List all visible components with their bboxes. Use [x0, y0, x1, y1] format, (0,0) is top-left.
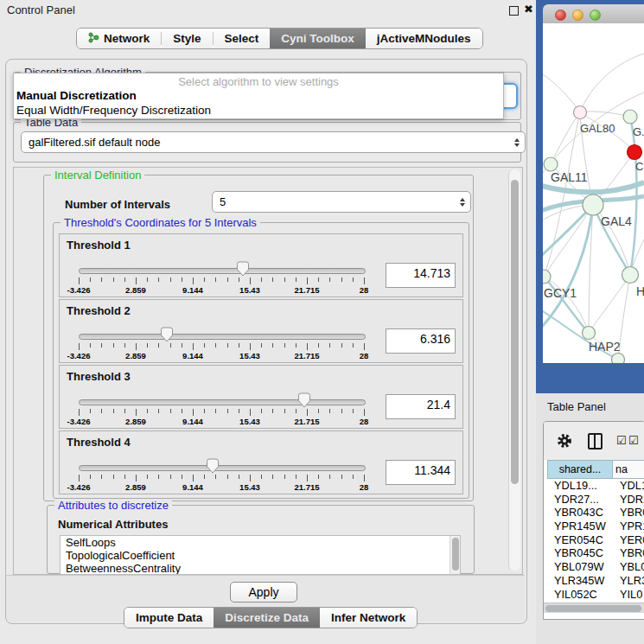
threshold-slider[interactable]: -3.4262.8599.14415.4321.71528: [79, 258, 367, 295]
threshold-slider[interactable]: -3.4262.8599.14415.4321.71528: [79, 390, 367, 426]
dropdown-option-manual-discretization[interactable]: Manual Discretization: [14, 88, 503, 103]
gear-icon[interactable]: [557, 433, 572, 449]
group-title: Interval Definition: [51, 169, 144, 182]
slider-track[interactable]: [79, 399, 366, 405]
table-row[interactable]: YBR043CYBR0: [547, 506, 644, 520]
slider-track[interactable]: [79, 465, 366, 471]
node-label-gal80: GAL80: [580, 122, 615, 135]
close-icon[interactable]: ✖: [524, 3, 533, 16]
table-row[interactable]: YIL052CYIL0: [547, 588, 644, 602]
tab-jactivemnodules[interactable]: jActiveMNodules: [366, 29, 482, 48]
cell-shared-name[interactable]: YDL19...: [547, 479, 620, 493]
horizontal-scrollbar[interactable]: [544, 603, 644, 613]
checkbox-icon[interactable]: ☑: [616, 434, 627, 447]
cell-shared-name[interactable]: YPR145W: [547, 520, 620, 533]
tab-select[interactable]: Select: [214, 29, 271, 48]
network-node-gal80[interactable]: [574, 106, 587, 119]
apply-button[interactable]: Apply: [230, 582, 297, 603]
network-node-hap2[interactable]: [583, 327, 596, 340]
cell-name[interactable]: YDL1: [620, 479, 644, 493]
columns-icon[interactable]: [588, 433, 603, 450]
cell-name[interactable]: YLR3: [620, 574, 644, 588]
list-item[interactable]: SelfLoops: [61, 536, 460, 549]
table-header-row: shared... na: [547, 460, 644, 479]
scrollbar-thumb[interactable]: [545, 605, 641, 612]
cell-name[interactable]: YBR0: [620, 506, 644, 520]
close-traffic-light-icon[interactable]: [555, 10, 566, 21]
column-header-name[interactable]: na: [613, 460, 644, 479]
slider-thumb-icon[interactable]: [297, 392, 311, 408]
network-node-partial-h[interactable]: [622, 267, 639, 284]
network-node-bottom[interactable]: [612, 354, 625, 364]
table-row[interactable]: YDL19...YDL1: [547, 479, 644, 493]
network-node-partial-g[interactable]: [623, 110, 637, 124]
network-window-titlebar[interactable]: [543, 4, 644, 24]
numerical-attributes-list[interactable]: SelfLoopsTopologicalCoefficientBetweenne…: [60, 535, 461, 575]
cell-name[interactable]: YBL0: [620, 560, 644, 574]
cell-shared-name[interactable]: YER054C: [547, 533, 620, 547]
panel-scrollbar[interactable]: [508, 169, 520, 571]
node-label-gal11: GAL11: [551, 170, 588, 184]
table-toolbar: ☑ ☑: [544, 422, 644, 460]
cell-name[interactable]: YIL0: [620, 588, 644, 602]
cell-name[interactable]: YDR2: [620, 493, 644, 507]
scrollbar-thumb[interactable]: [452, 538, 459, 571]
threshold-value-field[interactable]: 14.713: [386, 263, 456, 288]
network-node-gal4[interactable]: [583, 194, 603, 215]
tab-label: Infer Network: [331, 611, 405, 624]
table-row[interactable]: YBL079WYBL0: [547, 560, 644, 574]
cell-shared-name[interactable]: YBL079W: [547, 560, 620, 574]
table-row[interactable]: YDR27...YDR2: [547, 493, 644, 507]
cyni-toolbox-panel: Discretization Algorithm Select algorith…: [5, 59, 527, 624]
table-data-combobox[interactable]: galFiltered.sif default node: [21, 131, 526, 153]
threshold-label: Threshold 3: [67, 370, 131, 383]
cell-shared-name[interactable]: YLR345W: [547, 574, 620, 588]
column-header-shared-name[interactable]: shared...: [547, 460, 613, 479]
minimize-traffic-light-icon[interactable]: [572, 10, 583, 21]
list-scrollbar[interactable]: [450, 536, 460, 574]
slider-track[interactable]: [79, 268, 366, 274]
checkbox-icon[interactable]: ☑: [628, 434, 639, 447]
slider-thumb-icon[interactable]: [206, 458, 220, 474]
tab-cyni-toolbox[interactable]: Cyni Toolbox: [270, 29, 366, 48]
cell-name[interactable]: YPR1: [620, 520, 644, 533]
slider-thumb-icon[interactable]: [160, 327, 174, 342]
slider-track[interactable]: [79, 334, 366, 340]
list-item[interactable]: BetweennessCentrality: [61, 562, 460, 575]
network-node-gcy1[interactable]: [543, 270, 551, 284]
cell-shared-name[interactable]: YDR27...: [547, 493, 620, 507]
slider-ticks: [79, 475, 364, 482]
network-node-selected-red[interactable]: [628, 145, 642, 160]
tab-infer-network[interactable]: Infer Network: [320, 608, 417, 628]
cell-shared-name[interactable]: YBR045C: [547, 546, 620, 560]
slider-thumb-icon[interactable]: [236, 261, 250, 277]
network-canvas[interactable]: GAL80 G. C GAL11 GAL4 GCY1 H HAP2: [543, 23, 644, 363]
tab-style[interactable]: Style: [162, 29, 212, 48]
algorithm-dropdown-popup: Select algorithm to view settings Manual…: [13, 73, 504, 119]
threshold-value-field[interactable]: 21.4: [386, 394, 456, 419]
table-row[interactable]: YER054CYER0: [547, 533, 644, 547]
tab-label: Select: [225, 32, 259, 45]
threshold-value-field[interactable]: 6.316: [386, 328, 456, 354]
cell-name[interactable]: YBR0: [620, 546, 644, 560]
threshold-slider[interactable]: -3.4262.8599.14415.4321.71528: [79, 324, 367, 360]
tab-network[interactable]: Network: [77, 29, 161, 48]
list-item[interactable]: TopologicalCoefficient: [61, 549, 460, 562]
scrollbar-thumb[interactable]: [511, 180, 519, 484]
dropdown-option-equal-width-frequency[interactable]: Equal Width/Frequency Discretization: [14, 103, 503, 118]
network-node-gal11[interactable]: [544, 157, 558, 171]
zoom-traffic-light-icon[interactable]: [590, 10, 601, 21]
tab-impute-data[interactable]: Impute Data: [124, 608, 214, 628]
threshold-slider[interactable]: -3.4262.8599.14415.4321.71528: [79, 456, 367, 492]
table-row[interactable]: YPR145WYPR1: [547, 520, 644, 533]
slider-tick-labels: -3.4262.8599.14415.4321.71528: [79, 351, 364, 360]
table-row[interactable]: YBR045CYBR0: [547, 546, 644, 560]
cell-shared-name[interactable]: YBR043C: [547, 506, 620, 520]
cell-name[interactable]: YER0: [620, 533, 644, 547]
tab-discretize-data[interactable]: Discretize Data: [214, 608, 320, 628]
threshold-value-field[interactable]: 11.344: [386, 460, 456, 485]
number-of-intervals-combobox[interactable]: 5: [212, 191, 471, 213]
cell-shared-name[interactable]: YIL052C: [547, 588, 620, 602]
float-window-icon[interactable]: [509, 6, 519, 16]
table-row[interactable]: YLR345WYLR3: [547, 574, 644, 588]
